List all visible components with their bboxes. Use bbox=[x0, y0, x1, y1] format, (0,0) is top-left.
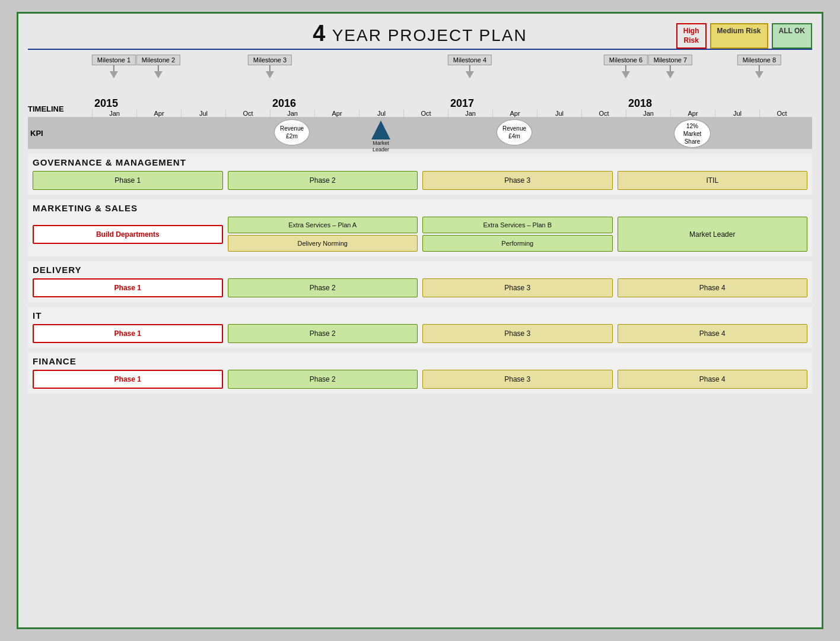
milestones-container: Milestone 1 Milestone 2 Milestone 3 bbox=[92, 55, 812, 97]
kpi-revenue-4m-oval: Revenue£4m bbox=[497, 119, 532, 145]
it-row: Phase 1 Phase 2 Phase 3 Phase 4 bbox=[28, 324, 812, 343]
delivery-section: DELIVERY Phase 1 Phase 2 Phase 3 Phase 4 bbox=[28, 261, 812, 302]
milestone-8-arrow bbox=[755, 71, 763, 78]
kpi-triangle-shape bbox=[371, 120, 390, 139]
mkt-build-departments[interactable]: Build Departments bbox=[33, 225, 223, 244]
month-jan-2017: Jan bbox=[448, 110, 492, 117]
month-jul-2016: Jul bbox=[359, 110, 403, 117]
year-2015-block: 2015 Jan Apr Jul Oct bbox=[92, 97, 270, 117]
fin-cell-2: Phase 2 bbox=[228, 370, 418, 389]
fin-phase3[interactable]: Phase 3 bbox=[422, 370, 613, 389]
milestone-1-stem bbox=[113, 65, 114, 71]
month-jan-2015: Jan bbox=[92, 110, 136, 117]
month-apr-2015: Apr bbox=[136, 110, 181, 117]
gov-phase2[interactable]: Phase 2 bbox=[228, 171, 418, 190]
del-phase2[interactable]: Phase 2 bbox=[228, 278, 418, 297]
years-months-row: 2015 Jan Apr Jul Oct 2016 Jan Apr Jul Oc… bbox=[92, 97, 812, 117]
marketing-section: MARKETING & SALES Build Departments Extr… bbox=[28, 199, 812, 256]
milestone-4: Milestone 4 bbox=[448, 55, 492, 78]
del-phase3[interactable]: Phase 3 bbox=[422, 278, 613, 297]
milestone-4-box: Milestone 4 bbox=[448, 55, 492, 65]
kpi-revenue-2m: Revenue£2m bbox=[274, 119, 310, 145]
timeline-label: TIMELINE bbox=[28, 104, 92, 113]
gov-itil[interactable]: ITIL bbox=[618, 171, 808, 190]
months-2017: Jan Apr Jul Oct bbox=[448, 110, 626, 117]
kpi-label: KPI bbox=[28, 129, 92, 138]
month-oct-2015: Oct bbox=[225, 110, 270, 117]
del-cell-4: Phase 4 bbox=[618, 278, 808, 297]
milestone-7-arrow bbox=[666, 71, 674, 78]
legend-medium-risk: Medium Risk bbox=[710, 23, 768, 49]
mkt-extra-services-a[interactable]: Extra Services – Plan A bbox=[228, 217, 418, 233]
fin-cell-4: Phase 4 bbox=[618, 370, 808, 389]
milestone-7-box: Milestone 7 bbox=[648, 55, 692, 65]
fin-phase4[interactable]: Phase 4 bbox=[618, 370, 808, 389]
year-2016: 2016 bbox=[270, 97, 448, 110]
gov-cell-4: ITIL bbox=[618, 171, 808, 190]
milestone-4-stem bbox=[469, 65, 470, 71]
gov-phase1[interactable]: Phase 1 bbox=[33, 171, 223, 190]
it-phase3[interactable]: Phase 3 bbox=[422, 324, 613, 343]
milestone-8-box: Milestone 8 bbox=[737, 55, 781, 65]
marketing-row: Build Departments Extra Services – Plan … bbox=[28, 217, 812, 252]
milestone-2-box: Milestone 2 bbox=[136, 55, 180, 65]
mkt-market-leader[interactable]: Market Leader bbox=[618, 217, 808, 252]
timeline-section: TIMELINE Milestone 1 Milestone 2 bbox=[28, 55, 812, 117]
fin-phase1[interactable]: Phase 1 bbox=[33, 370, 223, 389]
it-cell-1: Phase 1 bbox=[33, 324, 223, 343]
mkt-cell-2: Extra Services – Plan A Delivery Norming bbox=[228, 217, 418, 252]
milestone-6-box: Milestone 6 bbox=[604, 55, 648, 65]
title-rest: YEAR PROJECT PLAN bbox=[326, 26, 527, 45]
del-phase4[interactable]: Phase 4 bbox=[618, 278, 808, 297]
month-apr-2016: Apr bbox=[314, 110, 359, 117]
timeline-grid: Milestone 1 Milestone 2 Milestone 3 bbox=[92, 55, 812, 117]
delivery-header: DELIVERY bbox=[28, 265, 812, 275]
months-2015: Jan Apr Jul Oct bbox=[92, 110, 270, 117]
legend-high-risk: HighRisk bbox=[676, 23, 707, 49]
it-phase2[interactable]: Phase 2 bbox=[228, 324, 418, 343]
year-2015: 2015 bbox=[92, 97, 270, 110]
milestone-6-stem bbox=[625, 65, 626, 71]
year-2017-block: 2017 Jan Apr Jul Oct bbox=[448, 97, 626, 117]
year-2017: 2017 bbox=[448, 97, 626, 110]
mkt-delivery-norming[interactable]: Delivery Norming bbox=[228, 235, 418, 252]
year-2016-block: 2016 Jan Apr Jul Oct bbox=[270, 97, 448, 117]
fin-phase2[interactable]: Phase 2 bbox=[228, 370, 418, 389]
milestone-4-arrow bbox=[466, 71, 474, 78]
milestone-2-stem bbox=[158, 65, 159, 71]
month-apr-2017: Apr bbox=[492, 110, 537, 117]
milestone-7-stem bbox=[670, 65, 671, 71]
del-cell-1: Phase 1 bbox=[33, 278, 223, 297]
it-phase4[interactable]: Phase 4 bbox=[618, 324, 808, 343]
header: 4 YEAR PROJECT PLAN HighRisk Medium Risk… bbox=[28, 21, 812, 46]
page-title: 4 YEAR PROJECT PLAN bbox=[313, 21, 527, 46]
del-phase1[interactable]: Phase 1 bbox=[33, 278, 223, 297]
month-jan-2018: Jan bbox=[626, 110, 670, 117]
milestone-7: Milestone 7 bbox=[648, 55, 692, 78]
legend-group: HighRisk Medium Risk ALL OK bbox=[676, 23, 812, 49]
month-oct-2017: Oct bbox=[581, 110, 626, 117]
kpi-inner: Revenue£2m MarketLeader Revenue£4m 12%Ma… bbox=[92, 117, 812, 149]
kpi-market-share: 12%MarketShare bbox=[674, 119, 711, 148]
legend-all-ok: ALL OK bbox=[772, 23, 812, 49]
it-cell-3: Phase 3 bbox=[422, 324, 613, 343]
milestone-1-arrow bbox=[110, 71, 118, 78]
milestone-3-stem bbox=[269, 65, 271, 71]
milestone-1: Milestone 1 bbox=[92, 55, 136, 78]
milestone-8: Milestone 8 bbox=[737, 55, 781, 78]
milestone-3-arrow bbox=[266, 71, 274, 78]
kpi-revenue-2m-oval: Revenue£2m bbox=[274, 119, 310, 145]
gov-cell-1: Phase 1 bbox=[33, 171, 223, 190]
it-cell-4: Phase 4 bbox=[618, 324, 808, 343]
finance-section: FINANCE Phase 1 Phase 2 Phase 3 Phase 4 bbox=[28, 353, 812, 394]
gov-cell-2: Phase 2 bbox=[228, 171, 418, 190]
fin-cell-1: Phase 1 bbox=[33, 370, 223, 389]
milestone-8-stem bbox=[759, 65, 760, 71]
governance-row: Phase 1 Phase 2 Phase 3 ITIL bbox=[28, 171, 812, 190]
milestone-2-arrow bbox=[154, 71, 163, 78]
it-phase1[interactable]: Phase 1 bbox=[33, 324, 223, 343]
gov-cell-3: Phase 3 bbox=[422, 171, 613, 190]
gov-phase3[interactable]: Phase 3 bbox=[422, 171, 613, 190]
mkt-extra-services-b[interactable]: Extra Services – Plan B bbox=[422, 217, 613, 233]
mkt-performing[interactable]: Performing bbox=[422, 235, 613, 252]
